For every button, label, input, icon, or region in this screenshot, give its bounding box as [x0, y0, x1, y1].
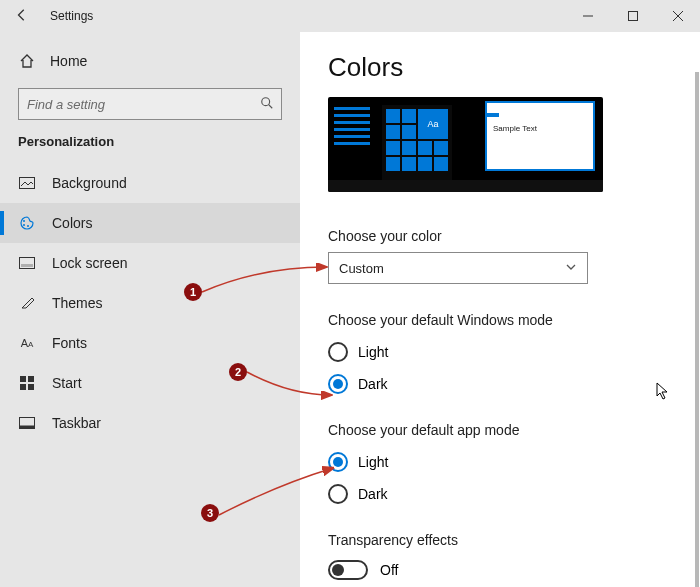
choose-color-select[interactable]: Custom: [328, 252, 588, 284]
titlebar: Settings: [0, 0, 700, 32]
main-content: Colors Aa Sample Text: [300, 32, 700, 587]
windows-mode-group: Choose your default Windows mode Light D…: [328, 312, 672, 400]
lock-screen-icon: [18, 254, 36, 272]
home-icon: [18, 52, 36, 70]
svg-rect-13: [28, 376, 34, 382]
radio-icon: [328, 342, 348, 362]
choose-color-label: Choose your color: [328, 228, 672, 244]
annotation-1: 1: [184, 283, 202, 301]
sidebar-home[interactable]: Home: [0, 44, 300, 78]
annotation-2: 2: [229, 363, 247, 381]
windows-mode-light[interactable]: Light: [328, 336, 672, 368]
svg-line-5: [269, 105, 273, 109]
svg-point-8: [23, 224, 25, 226]
sidebar-item-background[interactable]: Background: [0, 163, 300, 203]
windows-mode-dark[interactable]: Dark: [328, 368, 672, 400]
radio-label: Dark: [358, 486, 388, 502]
taskbar-icon: [18, 414, 36, 432]
sidebar-item-colors[interactable]: Colors: [0, 203, 300, 243]
windows-mode-label: Choose your default Windows mode: [328, 312, 672, 328]
sidebar-item-label: Colors: [52, 215, 92, 231]
sidebar-nav: Background Colors Lock screen Themes AA …: [0, 163, 300, 443]
annotation-3: 3: [201, 504, 219, 522]
sidebar-item-label: Background: [52, 175, 127, 191]
chevron-down-icon: [565, 261, 577, 276]
preview-app-window: Sample Text: [485, 101, 595, 171]
search-icon: [260, 96, 274, 114]
app-mode-label: Choose your default app mode: [328, 422, 672, 438]
search-box[interactable]: [18, 88, 282, 120]
sidebar-item-taskbar[interactable]: Taskbar: [0, 403, 300, 443]
app-mode-light[interactable]: Light: [328, 446, 672, 478]
radio-label: Light: [358, 344, 388, 360]
svg-rect-11: [21, 264, 33, 267]
minimize-button[interactable]: [565, 0, 610, 32]
brush-icon: [18, 294, 36, 312]
app-mode-group: Choose your default app mode Light Dark: [328, 422, 672, 510]
scrollbar[interactable]: [695, 72, 699, 587]
svg-rect-15: [28, 384, 34, 390]
preview-tile-text: Aa: [418, 109, 448, 139]
svg-point-9: [27, 225, 29, 227]
svg-rect-1: [628, 12, 637, 21]
color-preview: Aa Sample Text: [328, 97, 603, 192]
radio-label: Light: [358, 454, 388, 470]
app-mode-dark[interactable]: Dark: [328, 478, 672, 510]
svg-rect-12: [20, 376, 26, 382]
svg-rect-14: [20, 384, 26, 390]
preview-sample-text: Sample Text: [487, 121, 593, 136]
sidebar-item-label: Fonts: [52, 335, 87, 351]
sidebar-item-fonts[interactable]: AA Fonts: [0, 323, 300, 363]
transparency-group: Transparency effects Off: [328, 532, 672, 580]
svg-point-4: [262, 98, 270, 106]
transparency-label: Transparency effects: [328, 532, 672, 548]
choose-color-value: Custom: [339, 261, 384, 276]
svg-rect-17: [20, 426, 35, 429]
transparency-value: Off: [380, 562, 398, 578]
sidebar-item-label: Themes: [52, 295, 103, 311]
transparency-toggle[interactable]: [328, 560, 368, 580]
fonts-icon: AA: [18, 334, 36, 352]
page-heading: Colors: [328, 52, 672, 83]
window-title: Settings: [50, 9, 93, 23]
start-icon: [18, 374, 36, 392]
picture-icon: [18, 174, 36, 192]
radio-label: Dark: [358, 376, 388, 392]
svg-point-7: [23, 220, 25, 222]
close-button[interactable]: [655, 0, 700, 32]
search-input[interactable]: [18, 88, 282, 120]
sidebar-item-label: Start: [52, 375, 82, 391]
maximize-button[interactable]: [610, 0, 655, 32]
sidebar-home-label: Home: [50, 53, 87, 69]
back-button[interactable]: [0, 8, 44, 25]
palette-icon: [18, 214, 36, 232]
sidebar-item-label: Lock screen: [52, 255, 127, 271]
sidebar-category: Personalization: [0, 134, 300, 163]
sidebar-item-label: Taskbar: [52, 415, 101, 431]
cursor-icon: [656, 382, 670, 404]
